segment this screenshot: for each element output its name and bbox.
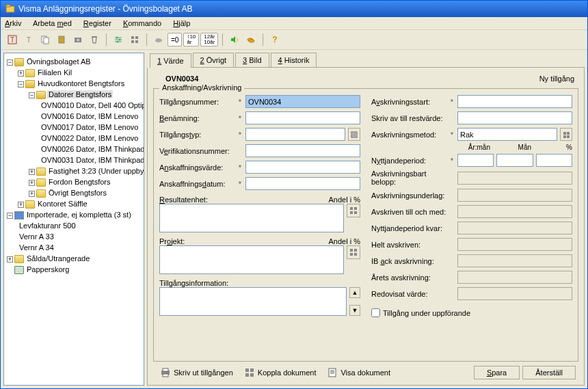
- tb-text-icon[interactable]: T: [5, 32, 20, 47]
- svg-rect-7: [59, 36, 64, 43]
- tb-help-icon[interactable]: ?: [267, 32, 282, 47]
- tree-leaf[interactable]: OVN0017 Dator, IBM Lenovo: [40, 123, 139, 131]
- btn-visa[interactable]: Visa dokument: [323, 366, 395, 379]
- tb-slider-icon[interactable]: [111, 32, 126, 47]
- tree-leaf[interactable]: OVN0022 Dator, IBM Lenovo: [40, 134, 139, 142]
- btn-aterstall[interactable]: Återställ: [522, 366, 576, 379]
- input-nyttjande-pct[interactable]: [536, 154, 572, 167]
- folder-icon: [14, 255, 24, 263]
- input-anskvarde[interactable]: [245, 161, 360, 174]
- input-nyttjande-man[interactable]: [496, 154, 533, 167]
- lookup-tillgangstyp[interactable]: [348, 128, 360, 141]
- tb-delete-icon[interactable]: [87, 32, 102, 47]
- list-projekt[interactable]: [159, 245, 344, 274]
- tab-historik[interactable]: 4 Historik: [271, 53, 317, 67]
- input-avskrivunderlag: [457, 189, 572, 202]
- tree-item[interactable]: Filialen Kil: [36, 68, 73, 77]
- scroll-down[interactable]: ▼: [349, 305, 360, 316]
- tree-item[interactable]: Importerade, ej kompletta (3 st): [25, 211, 133, 219]
- tree-toggle[interactable]: +: [29, 191, 35, 197]
- btn-projekt-add[interactable]: [347, 245, 360, 259]
- btn-spara[interactable]: Spara: [474, 366, 520, 379]
- menu-kommando[interactable]: Kommando: [123, 19, 161, 27]
- tree-toggle[interactable]: −: [29, 92, 35, 98]
- tree-pane[interactable]: −Övningsbolaget AB +Filialen Kil −Huvudk…: [3, 53, 144, 386]
- svg-rect-14: [135, 36, 138, 39]
- tb-copy-icon[interactable]: [38, 32, 53, 47]
- input-tillgangsnr[interactable]: [245, 95, 360, 108]
- tb-year12-chip[interactable]: 12år10år: [200, 33, 218, 46]
- tab-ovrigt[interactable]: 2 Övrigt: [193, 53, 235, 67]
- lookup-avskrivmetod[interactable]: [560, 128, 572, 141]
- tree-leaf[interactable]: OVN0016 Dator, IBM Lenovo: [40, 112, 139, 120]
- tree-leaf[interactable]: OVN0010 Dator, Dell 400 Optiplex: [40, 101, 144, 109]
- tree-toggle[interactable]: +: [29, 169, 35, 175]
- input-nyttjande-kvar: [457, 222, 572, 234]
- textarea-tillgangsinfo[interactable]: [159, 287, 347, 316]
- lbl-avskrivmetod: Avskrivningsmetod:: [371, 131, 446, 139]
- tree-root[interactable]: Övningsbolaget AB: [25, 57, 92, 66]
- tree-item-papperskorg[interactable]: Papperskorg: [25, 265, 70, 273]
- titlebar: Visma Anläggningsregister - Övningsbolag…: [1, 1, 587, 17]
- tree-item[interactable]: Övrigt Bengtsfors: [47, 189, 108, 197]
- input-tillgangstyp[interactable]: [245, 128, 345, 141]
- tab-varde[interactable]: 1 Värde: [150, 53, 191, 68]
- svg-rect-33: [567, 135, 570, 138]
- tree-leaf[interactable]: Levfakturanr 500: [18, 222, 77, 230]
- input-avskrivmetod[interactable]: [457, 128, 557, 141]
- tree-toggle[interactable]: −: [18, 81, 24, 88]
- tree-leaf[interactable]: Vernr A 33: [18, 232, 55, 241]
- input-benamning[interactable]: [245, 111, 360, 124]
- tb-camera-icon[interactable]: [70, 32, 85, 47]
- btn-resultatenhet-add[interactable]: [347, 204, 360, 217]
- tb-coins-icon[interactable]: [243, 32, 258, 47]
- menu-arkiv[interactable]: Arkiv: [5, 19, 21, 27]
- btn-koppla[interactable]: Koppla dokument: [240, 366, 321, 379]
- fieldset-legend: Anskaffning/Avskrivning: [159, 83, 244, 92]
- tree-toggle[interactable]: +: [18, 70, 24, 77]
- document-icon: [327, 367, 338, 378]
- chk-under-uppforande[interactable]: [371, 308, 380, 317]
- scroll-up[interactable]: ▲: [349, 287, 360, 298]
- tree-toggle[interactable]: +: [29, 180, 35, 186]
- tree-leaf[interactable]: Vernr A 34: [18, 243, 55, 252]
- tb-reset-chip[interactable]: =0: [168, 33, 182, 46]
- tree-toggle[interactable]: +: [18, 202, 24, 208]
- tree-item[interactable]: Kontoret Säffle: [36, 200, 89, 208]
- tb-sound-icon[interactable]: [227, 32, 242, 47]
- tab-bild[interactable]: 3 Bild: [235, 53, 269, 67]
- tree-leaf[interactable]: OVN0031 Dator, IBM Thinkpad: [40, 156, 144, 164]
- tree-toggle[interactable]: −: [7, 59, 13, 66]
- tree-item-datorer[interactable]: Datorer Bengtsfors: [47, 90, 113, 98]
- input-skriv-rest[interactable]: [457, 111, 572, 124]
- tree-item[interactable]: Fastighet 3:23 (Under uppbyggnad): [47, 167, 144, 175]
- tb-year10-chip[interactable]: ↕10år: [183, 33, 199, 46]
- tree-toggle[interactable]: −: [7, 213, 13, 219]
- svg-point-9: [77, 39, 79, 42]
- tb-grid-icon[interactable]: [127, 32, 142, 47]
- tb-text2-icon[interactable]: T: [21, 32, 36, 47]
- svg-point-19: [249, 40, 254, 42]
- lbl-avskriven-tom: Avskriven till och med:: [371, 208, 446, 216]
- input-anskdatum[interactable]: [245, 177, 360, 190]
- menu-hjalp[interactable]: Hjälp: [173, 19, 190, 27]
- printer-icon: [160, 367, 171, 378]
- input-nyttjande-arman[interactable]: [457, 154, 494, 167]
- input-avskrivstart[interactable]: [457, 95, 572, 108]
- input-ib-ack: [457, 254, 572, 267]
- menubar: Arkiv Arbeta med Register Kommando Hjälp: [1, 17, 587, 30]
- tree-item[interactable]: Fordon Bengtsfors: [47, 178, 112, 186]
- input-verifnr[interactable]: [245, 144, 360, 157]
- svg-rect-23: [354, 207, 357, 210]
- tree-item[interactable]: Huvudkontoret Bengtsfors: [36, 79, 126, 88]
- tree-leaf[interactable]: OVN0026 Dator, IBM Thinkpad: [40, 145, 144, 153]
- tb-cloud-icon[interactable]: [151, 32, 166, 47]
- tb-paste-icon[interactable]: [54, 32, 69, 47]
- menu-register[interactable]: Register: [83, 19, 111, 27]
- btn-skriv-ut[interactable]: Skriv ut tillgången: [156, 366, 237, 379]
- tree-item[interactable]: Sålda/Utrangerade: [25, 254, 91, 263]
- menu-arbeta-med[interactable]: Arbeta med: [33, 19, 72, 27]
- list-resultatenhet[interactable]: [159, 204, 344, 232]
- tree-toggle[interactable]: +: [7, 256, 13, 263]
- lbl-man: Mån: [493, 144, 531, 151]
